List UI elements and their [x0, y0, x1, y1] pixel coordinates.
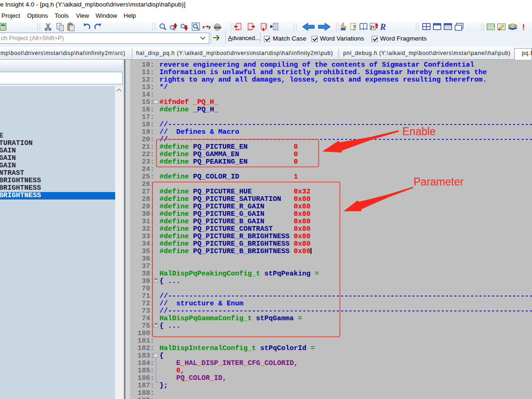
- svg-text:x: x: [202, 25, 205, 29]
- svg-text:R: R: [380, 22, 386, 31]
- svg-text:!: !: [522, 23, 525, 31]
- svg-text:y: y: [208, 25, 211, 29]
- svg-text:?: ?: [352, 24, 356, 31]
- svg-text:fx: fx: [371, 24, 374, 29]
- svg-text:www: www: [214, 26, 222, 29]
